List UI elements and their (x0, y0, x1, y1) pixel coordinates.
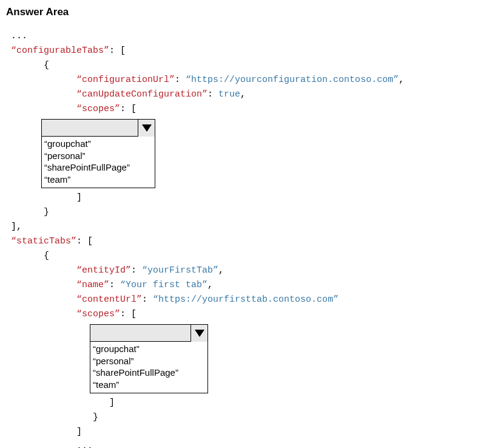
dropdown-option[interactable]: “groupchat” (93, 343, 205, 355)
dropdown-option[interactable]: “sharePointFullPage” (44, 161, 152, 174)
content-url-key: “contentUrl” (76, 294, 142, 305)
configurable-tabs-key: “configurableTabs” (11, 46, 109, 56)
dropdown-option[interactable]: “team” (44, 174, 152, 186)
configuration-url-key: “configurationUrl” (76, 75, 175, 85)
dropdown-options-2: “groupchat” “personal” “sharePointFullPa… (90, 342, 207, 393)
scopes-key-1: “scopes” (76, 104, 120, 114)
dropdown-arrow-box-1[interactable] (138, 120, 155, 137)
content-url-value: “https://yourfirsttab.contoso.com” (153, 294, 339, 305)
scopes-dropdown-2[interactable]: “groupchat” “personal” “sharePointFullPa… (90, 324, 208, 393)
dropdown-option[interactable]: “personal” (44, 150, 152, 162)
dropdown-option[interactable]: “sharePointFullPage” (93, 367, 205, 379)
dropdown-header-1[interactable] (42, 120, 155, 137)
entity-id-key: “entityId” (76, 265, 131, 276)
dropdown-arrow-box-2[interactable] (190, 325, 207, 342)
can-update-config-value: true (218, 89, 240, 100)
scopes-key-2: “scopes” (76, 309, 120, 319)
static-tabs-key: “staticTabs” (11, 236, 76, 246)
can-update-config-key: “canUpdateConfiguration” (76, 89, 207, 100)
configuration-url-value: “https://yourconfiguration.contoso.com” (186, 75, 399, 85)
entity-id-value: “yourFirstTab” (142, 265, 218, 276)
ellipsis-top: ... (11, 31, 27, 41)
chevron-down-icon (195, 330, 204, 337)
chevron-down-icon (142, 124, 152, 132)
dropdown-option[interactable]: “team” (93, 379, 205, 391)
answer-area-title: Answer Area (6, 6, 486, 18)
dropdown-options-1: “groupchat” “personal” “sharePointFullPa… (42, 137, 155, 188)
ellipsis-bottom: ... (76, 441, 93, 448)
dropdown-option[interactable]: “groupchat” (44, 138, 152, 150)
code-block: ... “configurableTabs”: [ { “configurati… (6, 29, 486, 448)
dropdown-header-2[interactable] (90, 325, 207, 342)
dropdown-option[interactable]: “personal” (93, 355, 205, 367)
scopes-dropdown-1[interactable]: “groupchat” “personal” “sharePointFullPa… (41, 119, 155, 188)
name-key: “name” (76, 280, 109, 290)
name-value: “Your first tab” (120, 280, 207, 290)
